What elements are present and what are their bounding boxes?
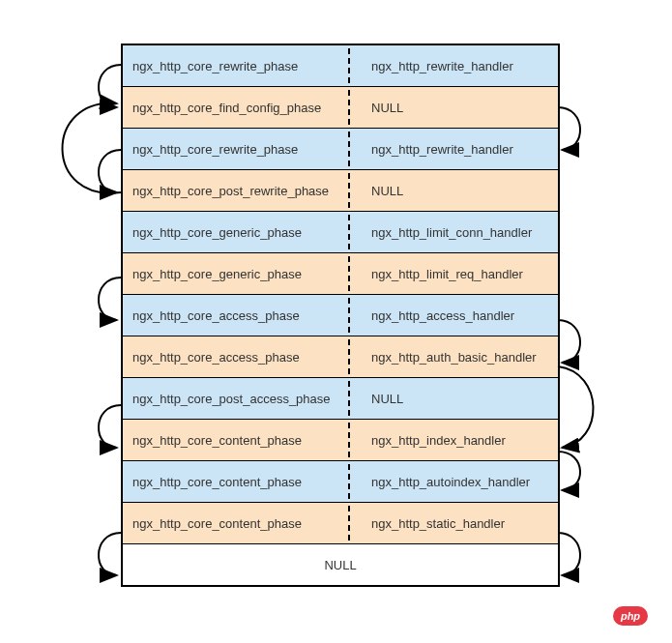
table-row: ngx_http_core_generic_phasengx_http_limi…: [123, 253, 558, 295]
column-divider: [348, 173, 350, 208]
table-row: ngx_http_core_generic_phasengx_http_limi…: [123, 212, 558, 253]
handler-cell: ngx_http_rewrite_handler: [358, 129, 558, 169]
handler-cell: ngx_http_access_handler: [358, 295, 558, 336]
phase-table: ngx_http_core_rewrite_phasengx_http_rewr…: [121, 44, 560, 587]
checker-cell: ngx_http_core_generic_phase: [123, 212, 358, 252]
checker-cell: ngx_http_core_content_phase: [123, 420, 358, 460]
column-divider: [348, 132, 350, 166]
table-row: ngx_http_core_rewrite_phasengx_http_rewr…: [123, 129, 558, 170]
null-label: NULL: [324, 558, 356, 572]
checker-cell: ngx_http_core_access_phase: [123, 336, 358, 377]
checker-cell: ngx_http_core_content_phase: [123, 461, 358, 502]
handler-cell: NULL: [358, 87, 558, 128]
column-divider: [348, 215, 350, 249]
column-divider: [348, 381, 350, 416]
handler-cell: NULL: [358, 170, 558, 211]
checker-cell: ngx_http_core_post_rewrite_phase: [123, 170, 358, 211]
checker-cell: ngx_http_core_generic_phase: [123, 253, 358, 294]
handler-cell: ngx_http_index_handler: [358, 420, 558, 460]
table-row: ngx_http_core_access_phasengx_http_auth_…: [123, 336, 558, 378]
column-divider: [348, 298, 350, 333]
column-divider: [348, 48, 350, 83]
column-divider: [348, 339, 350, 374]
column-divider: [348, 464, 350, 499]
table-row: ngx_http_core_content_phasengx_http_stat…: [123, 503, 558, 544]
handler-cell: ngx_http_rewrite_handler: [358, 45, 558, 86]
handler-cell: ngx_http_limit_req_handler: [358, 253, 558, 294]
handler-cell: ngx_http_static_handler: [358, 503, 558, 543]
table-row: ngx_http_core_post_rewrite_phaseNULL: [123, 170, 558, 212]
column-divider: [348, 506, 350, 541]
column-divider: [348, 90, 350, 125]
null-row: NULL: [123, 544, 558, 585]
php-badge: php: [613, 606, 648, 626]
handler-cell: ngx_http_autoindex_handler: [358, 461, 558, 502]
column-divider: [348, 256, 350, 291]
column-divider: [348, 423, 350, 457]
handler-cell: ngx_http_auth_basic_handler: [358, 336, 558, 377]
table-row: ngx_http_core_content_phasengx_http_inde…: [123, 420, 558, 461]
checker-cell: ngx_http_core_access_phase: [123, 295, 358, 336]
table-row: ngx_http_core_content_phasengx_http_auto…: [123, 461, 558, 503]
checker-cell: ngx_http_core_find_config_phase: [123, 87, 358, 128]
diagram-canvas: ngx_http_core_rewrite_phasengx_http_rewr…: [0, 0, 672, 643]
checker-cell: ngx_http_core_post_access_phase: [123, 378, 358, 419]
handler-cell: NULL: [358, 378, 558, 419]
table-row: ngx_http_core_post_access_phaseNULL: [123, 378, 558, 420]
checker-cell: ngx_http_core_content_phase: [123, 503, 358, 543]
table-row: ngx_http_core_access_phasengx_http_acces…: [123, 295, 558, 336]
table-row: ngx_http_core_find_config_phaseNULL: [123, 87, 558, 129]
checker-cell: ngx_http_core_rewrite_phase: [123, 129, 358, 169]
checker-cell: ngx_http_core_rewrite_phase: [123, 45, 358, 86]
php-badge-label: php: [621, 610, 640, 622]
handler-cell: ngx_http_limit_conn_handler: [358, 212, 558, 252]
table-row: ngx_http_core_rewrite_phasengx_http_rewr…: [123, 45, 558, 87]
